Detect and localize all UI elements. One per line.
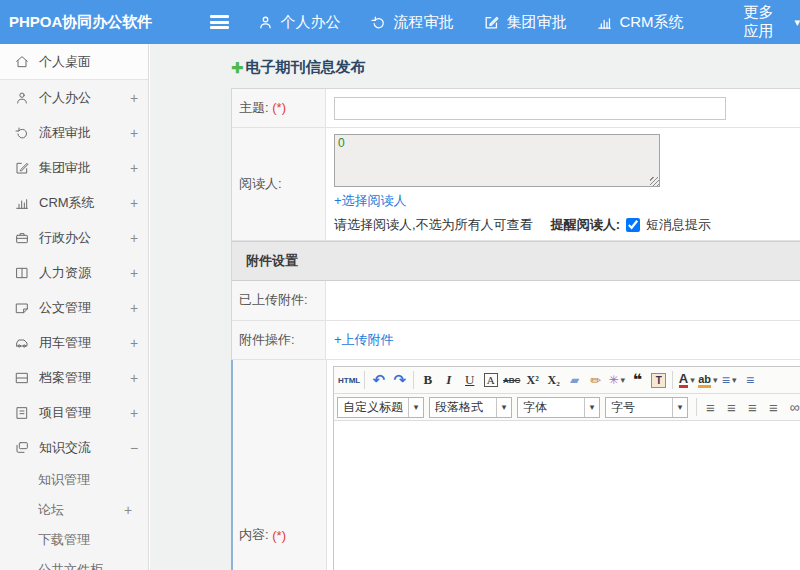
resize-grip-icon[interactable] <box>650 177 659 186</box>
unordered-list-button[interactable]: ≡ <box>740 369 761 391</box>
nav-process-approval[interactable]: 流程审批 <box>370 13 453 32</box>
page-title-text: 电子期刊信息发布 <box>246 58 366 77</box>
form-row-content: 内容: (*) HTML ↶ ↷ B I U A ABC X² <box>231 360 800 570</box>
sidebar-item-hr[interactable]: 人力资源 + <box>0 255 148 290</box>
readers-note: 请选择阅读人,不选为所有人可查看 <box>334 216 533 234</box>
nav-crm-system[interactable]: CRM系统 <box>596 13 683 32</box>
sidebar-item-public-file-cabinet[interactable]: 公共文件柜 <box>0 555 148 570</box>
process-icon <box>14 125 30 141</box>
notebook-icon <box>14 405 30 421</box>
nav-label: 个人办公 <box>280 13 340 32</box>
attachment-section-header: 附件设置 <box>232 241 800 281</box>
chart-icon <box>596 14 613 31</box>
top-nav: 个人办公 流程审批 集团审批 CRM系统 更多应用 ▾ <box>257 3 800 41</box>
insert-link-button[interactable]: ∞ <box>784 396 800 418</box>
expand-icon[interactable]: + <box>120 195 148 211</box>
expand-icon[interactable]: + <box>120 265 148 281</box>
subject-input[interactable] <box>334 97 726 120</box>
sidebar-item-process-approval[interactable]: 流程审批 + <box>0 115 148 150</box>
process-icon <box>370 14 387 31</box>
sidebar-item-vehicle-mgmt[interactable]: 用车管理 + <box>0 325 148 360</box>
font-color-button[interactable]: A▾ <box>676 369 697 391</box>
sidebar-item-personal-desktop[interactable]: 个人桌面 <box>0 44 148 80</box>
chevron-down-icon: ▾ <box>496 398 511 417</box>
paste-as-text-button[interactable]: T <box>648 369 669 391</box>
user-icon <box>257 14 274 31</box>
highlight-color-button[interactable]: ab▾ <box>697 369 718 391</box>
nav-group-approval[interactable]: 集团审批 <box>483 13 566 32</box>
bold-button[interactable]: B <box>417 369 438 391</box>
font-size-dropdown[interactable]: 字号 ▾ <box>605 397 688 418</box>
ordered-list-button[interactable]: ≡▾ <box>719 369 740 391</box>
paragraph-format-dropdown[interactable]: 段落格式 ▾ <box>429 397 512 418</box>
format-painter-button[interactable]: ✏ <box>585 369 606 391</box>
expand-icon[interactable]: + <box>120 405 148 421</box>
subscript-button[interactable]: X₂ <box>543 369 564 391</box>
align-center-button[interactable]: ≡ <box>721 396 742 418</box>
publish-form: 主题: (*) 阅读人: 0 +选择阅读人 请选择阅读人,不选为所有人可查看 提… <box>231 88 800 570</box>
sidebar-item-document-mgmt[interactable]: 公文管理 + <box>0 290 148 325</box>
readers-textarea[interactable]: 0 <box>334 134 660 187</box>
nav-more-apps[interactable]: 更多应用 ▾ <box>744 3 800 41</box>
chevron-down-icon: ▾ <box>584 398 599 417</box>
auto-typeset-button[interactable]: ✳▾ <box>606 369 627 391</box>
remove-format-button[interactable]: ▰ <box>564 369 585 391</box>
uploaded-attachments-label: 已上传附件: <box>232 281 326 320</box>
editor-toolbar-row2: 自定义标题 ▾ 段落格式 ▾ 字体 ▾ 字号 ▾ <box>334 394 800 421</box>
upload-attachment-link[interactable]: +上传附件 <box>334 331 394 349</box>
collapse-icon[interactable]: − <box>120 440 148 456</box>
expand-icon[interactable]: + <box>120 125 148 141</box>
redo-button[interactable]: ↷ <box>389 369 410 391</box>
add-icon: ✚ <box>231 59 244 77</box>
expand-icon[interactable]: + <box>120 90 148 106</box>
more-apps-label: 更多应用 <box>744 3 787 41</box>
readers-hint: 请选择阅读人,不选为所有人可查看 提醒阅读人: 短消息提示 <box>334 216 800 234</box>
sidebar-item-knowledge-exchange[interactable]: 知识交流 − <box>0 430 148 465</box>
sidebar-item-knowledge-mgmt[interactable]: 知识管理 <box>0 465 148 495</box>
undo-button[interactable]: ↶ <box>368 369 389 391</box>
chevron-down-icon: ▾ <box>620 375 625 385</box>
sidebar-item-project-mgmt[interactable]: 项目管理 + <box>0 395 148 430</box>
select-readers-link[interactable]: +选择阅读人 <box>334 192 407 210</box>
sidebar-item-crm[interactable]: CRM系统 + <box>0 185 148 220</box>
superscript-button[interactable]: X² <box>522 369 543 391</box>
char-border-button[interactable]: A <box>480 369 501 391</box>
expand-icon[interactable]: + <box>120 230 148 246</box>
nav-personal-office[interactable]: 个人办公 <box>257 13 340 32</box>
required-marker: (*) <box>272 100 286 115</box>
sms-remind-checkbox[interactable] <box>626 218 640 232</box>
align-left-button[interactable]: ≡ <box>700 396 721 418</box>
align-justify-button[interactable]: ≡ <box>763 396 784 418</box>
font-family-dropdown[interactable]: 字体 ▾ <box>517 397 600 418</box>
sidebar-item-admin-office[interactable]: 行政办公 + <box>0 220 148 255</box>
source-code-button[interactable]: HTML <box>337 369 361 391</box>
chevron-down-icon: ▾ <box>408 398 423 417</box>
book-icon <box>14 265 30 281</box>
uploaded-attachments-value <box>326 281 800 320</box>
underline-button[interactable]: U <box>459 369 480 391</box>
sidebar: 个人桌面 个人办公 + 流程审批 + 集团审批 + CRM系统 + 行政办公 +… <box>0 44 149 570</box>
expand-icon[interactable]: + <box>120 300 148 316</box>
expand-icon[interactable]: + <box>120 160 148 176</box>
strikethrough-button[interactable]: ABC <box>501 369 522 391</box>
sidebar-item-personal-office[interactable]: 个人办公 + <box>0 80 148 115</box>
sidebar-item-group-approval[interactable]: 集团审批 + <box>0 150 148 185</box>
sidebar-item-archive-mgmt[interactable]: 档案管理 + <box>0 360 148 395</box>
blockquote-button[interactable]: ❝ <box>627 369 648 391</box>
expand-icon[interactable]: + <box>120 370 148 386</box>
home-icon <box>14 54 30 70</box>
edit-icon <box>14 160 30 176</box>
chart-icon <box>14 195 30 211</box>
main-content: ✚ 电子期刊信息发布 主题: (*) 阅读人: 0 +选择阅读人 <box>150 44 800 570</box>
expand-icon[interactable]: + <box>108 502 148 518</box>
align-right-button[interactable]: ≡ <box>742 396 763 418</box>
expand-icon[interactable]: + <box>120 335 148 351</box>
hamburger-menu-icon[interactable] <box>210 15 229 29</box>
app-logo: PHPOA协同办公软件 <box>0 13 150 32</box>
italic-button[interactable]: I <box>438 369 459 391</box>
sidebar-item-forum[interactable]: 论坛 + <box>0 495 148 525</box>
sidebar-item-download-mgmt[interactable]: 下载管理 <box>0 525 148 555</box>
form-row-subject: 主题: (*) <box>232 89 800 128</box>
custom-heading-dropdown[interactable]: 自定义标题 ▾ <box>337 397 424 418</box>
editor-content-area[interactable] <box>334 421 800 570</box>
